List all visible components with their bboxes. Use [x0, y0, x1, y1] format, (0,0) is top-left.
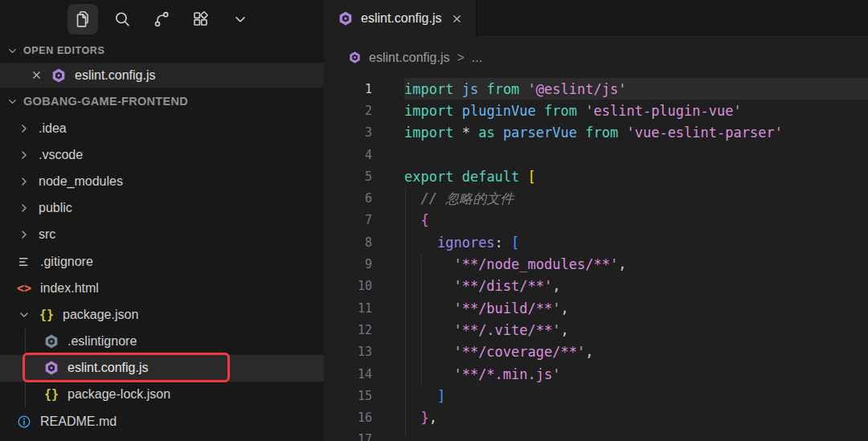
close-editor-icon[interactable] — [31, 69, 43, 81]
tree-item-src[interactable]: src — [0, 222, 324, 248]
project-header[interactable]: GOBANG-GAME-FRONTEND — [0, 88, 324, 115]
code-line-8[interactable]: 8 ignores: [ — [324, 231, 868, 253]
vscode-window: OPEN EDITORS eslint.config.js GOBANG-GAM… — [0, 0, 868, 441]
open-editors-header[interactable]: OPEN EDITORS — [0, 39, 324, 63]
eslint-icon — [51, 67, 67, 84]
line-number: 3 — [324, 125, 372, 140]
line-number: 1 — [324, 82, 372, 96]
eslint-icon — [348, 51, 362, 64]
open-editor-item[interactable]: eslint.config.js — [0, 63, 324, 88]
tree-item-public[interactable]: public — [0, 195, 324, 222]
close-tab-icon[interactable] — [449, 11, 465, 27]
info-icon — [16, 414, 32, 430]
tree-item--gitignore[interactable]: .gitignore — [0, 248, 324, 275]
code-line-9[interactable]: 9 '**/node_modules/**', — [324, 253, 868, 275]
source-control-icon — [151, 9, 172, 30]
open-editor-label: eslint.config.js — [75, 68, 156, 83]
breadcrumb: eslint.config.js > ... — [324, 37, 868, 78]
code-line-12[interactable]: 12 '**/.vite/**', — [324, 319, 868, 341]
line-number: 5 — [324, 169, 372, 184]
line-number: 9 — [324, 257, 372, 272]
more-actions-button[interactable] — [225, 4, 256, 35]
tree-item-label: .vscode — [39, 148, 83, 162]
tree-item-eslint-config-js[interactable]: eslint.config.js — [0, 355, 324, 382]
code-line-14[interactable]: 14 '**/*.min.js' — [324, 363, 868, 385]
tree-item-index-html[interactable]: <>index.html — [0, 275, 324, 301]
tree-item-package-json[interactable]: {}package.json — [0, 301, 324, 328]
search-icon — [112, 9, 133, 30]
eslint-icon — [43, 360, 59, 376]
search-button[interactable] — [107, 4, 137, 35]
code-line-5[interactable]: 5export default [ — [324, 165, 868, 187]
eslint-gray-icon — [43, 333, 59, 349]
chevron-right-icon — [18, 202, 31, 214]
code-text: import js from '@eslint/js' — [372, 81, 626, 97]
tree-item-node-modules[interactable]: node_modules — [0, 168, 324, 194]
chevron-down-icon — [18, 308, 31, 321]
code-line-10[interactable]: 10 '**/dist/**', — [324, 276, 868, 297]
code-line-3[interactable]: 3import * as parserVue from 'vue-eslint-… — [324, 122, 868, 144]
extensions-button[interactable] — [186, 4, 216, 35]
code-line-13[interactable]: 13 '**/coverage/**', — [324, 341, 868, 363]
line-number: 11 — [324, 301, 372, 316]
code-line-4[interactable]: 4 — [324, 144, 868, 165]
code-line-2[interactable]: 2import pluginVue from 'eslint-plugin-vu… — [324, 100, 868, 121]
breadcrumb-file[interactable]: eslint.config.js — [369, 51, 450, 65]
chevron-right-icon — [18, 149, 31, 161]
explorer-button[interactable] — [68, 4, 98, 35]
code-line-6[interactable]: 6 // 忽略的文件 — [324, 187, 868, 209]
code-text: export default [ — [372, 169, 536, 185]
open-editors-list: eslint.config.js — [0, 63, 324, 88]
tree-item-label: node_modules — [39, 174, 123, 189]
line-number: 13 — [324, 345, 372, 359]
line-number: 12 — [324, 323, 372, 337]
line-number: 14 — [324, 367, 372, 382]
extensions-icon — [190, 9, 211, 30]
code-line-1[interactable]: 1import js from '@eslint/js' — [324, 78, 868, 100]
code-line-7[interactable]: 7 { — [324, 210, 868, 231]
code-line-11[interactable]: 11 '**/build/**', — [324, 297, 868, 319]
gitignore-icon — [16, 254, 32, 270]
breadcrumb-separator: > — [457, 51, 465, 65]
project-name-label: GOBANG-GAME-FRONTEND — [23, 95, 188, 108]
tab-label: eslint.config.js — [361, 11, 442, 26]
open-editors-label: OPEN EDITORS — [23, 45, 104, 56]
code-text: '**/node_modules/**', — [372, 256, 626, 272]
line-number: 7 — [324, 213, 372, 227]
line-number: 6 — [324, 191, 372, 206]
tree-item-label: package-lock.json — [68, 387, 170, 402]
code-text: '**/*.min.js' — [372, 366, 560, 382]
tree-item-readme-md[interactable]: README.md — [0, 408, 324, 435]
chevron-down-icon — [6, 96, 18, 108]
code-line-17[interactable]: 17 — [324, 429, 868, 441]
tree-item--vscode[interactable]: .vscode — [0, 141, 324, 168]
tree-item-label: public — [39, 201, 72, 215]
line-number: 17 — [324, 432, 372, 441]
code-text: ignores: [ — [372, 235, 519, 251]
code-line-16[interactable]: 16 }, — [324, 406, 868, 428]
source-control-button[interactable] — [146, 4, 177, 35]
code-text: }, — [372, 410, 437, 426]
tree-item-label: .eslintignore — [68, 334, 137, 349]
line-number: 4 — [324, 148, 372, 162]
json-icon: {} — [39, 308, 55, 322]
tree-item-label: eslint.config.js — [68, 361, 149, 375]
json-icon: {} — [43, 387, 59, 402]
tree-item-package-lock-json[interactable]: {}package-lock.json — [0, 382, 324, 408]
breadcrumb-ellipsis[interactable]: ... — [472, 51, 482, 65]
tree-item-label: index.html — [40, 281, 99, 296]
tree-item--idea[interactable]: .idea — [0, 115, 324, 141]
line-number: 16 — [324, 410, 372, 425]
tree-item-label: README.md — [40, 414, 117, 429]
activity-toolbar — [0, 0, 324, 39]
code-text: '**/build/**', — [372, 300, 569, 316]
code-text: '**/dist/**', — [372, 278, 561, 294]
line-number: 10 — [324, 279, 372, 293]
code-line-15[interactable]: 15 ] — [324, 385, 868, 406]
line-number: 15 — [324, 389, 372, 403]
code-text: '**/coverage/**', — [372, 344, 593, 360]
tab-eslint-config[interactable]: eslint.config.js — [324, 0, 477, 37]
eslint-icon — [338, 10, 354, 27]
code-editor[interactable]: 1import js from '@eslint/js'2import plug… — [324, 78, 868, 441]
tree-item--eslintignore[interactable]: .eslintignore — [0, 329, 324, 355]
